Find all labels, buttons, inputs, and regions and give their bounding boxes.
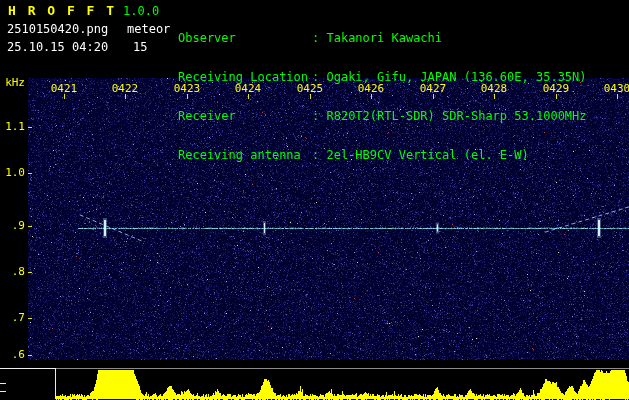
time-tick-label-7: 0428 xyxy=(476,83,512,95)
time-tick-label-1: 0422 xyxy=(107,83,143,95)
output-filename: 2510150420.png xyxy=(7,22,108,36)
info-row-observer: ObserverTakanori Kawachi xyxy=(178,32,587,45)
time-tick-label-9: 0430 xyxy=(599,83,629,95)
freq-tick-label-1: 1.0 xyxy=(0,166,25,179)
info-label: Observer xyxy=(178,32,312,45)
observation-mode-label: meteor xyxy=(127,22,170,36)
time-tick-label-8: 0429 xyxy=(538,83,574,95)
freq-tick-label-5: .6 xyxy=(0,348,25,361)
freq-tick-label-2: .9 xyxy=(0,219,25,232)
info-value: R820T2(RTL-SDR) SDR-Sharp 53.1000MHz xyxy=(312,109,587,123)
time-tick-label-4: 0425 xyxy=(292,83,328,95)
info-row-receiver: ReceiverR820T2(RTL-SDR) SDR-Sharp 53.100… xyxy=(178,110,587,123)
info-value: 2el-HB9CV Vertical (el. E-W) xyxy=(312,148,529,162)
freq-tick-label-4: .7 xyxy=(0,311,25,324)
time-tick-label-0: 0421 xyxy=(46,83,82,95)
time-tick-label-3: 0424 xyxy=(230,83,266,95)
info-label: Receiving antenna xyxy=(178,149,312,162)
time-tick-label-2: 0423 xyxy=(169,83,205,95)
freq-axis-unit: kHz xyxy=(0,76,25,89)
time-tick-label-6: 0427 xyxy=(415,83,451,95)
app-version: 1.0.0 xyxy=(123,4,159,18)
observation-datetime: 25.10.15 04:20 xyxy=(7,40,108,54)
freq-tick-label-3: .8 xyxy=(0,265,25,278)
hrofft-output: H R O F F T 1.0.0 2510150420.png meteor … xyxy=(0,0,629,400)
info-value: Takanori Kawachi xyxy=(312,31,442,45)
info-row-antenna: Receiving antenna2el-HB9CV Vertical (el.… xyxy=(178,149,587,162)
station-info-block: ObserverTakanori Kawachi Receiving Locat… xyxy=(178,6,587,188)
echo-count: 15 xyxy=(133,40,147,54)
time-tick-label-5: 0426 xyxy=(353,83,389,95)
app-title: H R O F F T xyxy=(8,3,116,18)
freq-tick-label-0: 1.1 xyxy=(0,120,25,133)
info-label: Receiver xyxy=(178,110,312,123)
